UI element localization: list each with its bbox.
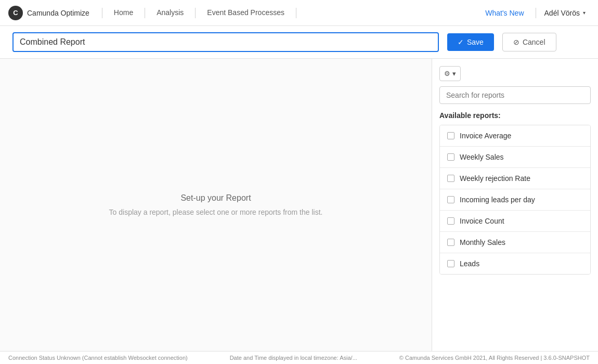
report-label-weekly-sales: Weekly Sales [460,153,504,161]
chevron-down-icon: ▾ [452,70,456,77]
report-item[interactable]: Invoice Average [440,125,590,147]
report-checkbox-leads[interactable] [447,260,454,267]
report-label-incoming-leads-per-day: Incoming leads per day [460,196,535,204]
footer-timezone: Date and Time displayed in local timezon… [188,355,399,361]
report-label-invoice-average: Invoice Average [460,132,511,140]
save-label: Save [467,38,484,46]
footer-copyright: © Camunda Services GmbH 2021, All Rights… [399,355,590,361]
main-content: ✓ Save ⊘ Cancel Set-up your Report To di… [0,26,598,351]
report-checkbox-incoming-leads-per-day[interactable] [447,196,454,203]
footer: Connection Status Unknown (Cannot establ… [0,351,598,364]
report-label-leads: Leads [460,259,479,268]
report-item[interactable]: Incoming leads per day [440,189,590,211]
reports-list: Invoice AverageWeekly SalesWeekly reject… [439,125,591,275]
report-label-weekly-rejection-rate: Weekly rejection Rate [460,174,530,183]
report-title-input[interactable] [12,32,439,52]
report-item[interactable]: Monthly Sales [440,232,590,253]
search-reports-input[interactable] [439,86,591,104]
cancel-button[interactable]: ⊘ Cancel [502,33,556,51]
nav-link-analysis[interactable]: Analysis [149,0,191,26]
title-bar: ✓ Save ⊘ Cancel [0,26,598,59]
chevron-down-icon: ▾ [583,10,586,16]
report-checkbox-invoice-average[interactable] [447,132,454,139]
setup-desc: To display a report, please select one o… [109,208,323,216]
right-panel: ⚙ ▾ Available reports: Invoice AverageWe… [432,59,598,351]
report-item[interactable]: Leads [440,253,590,274]
report-item[interactable]: Invoice Count [440,211,590,232]
report-item[interactable]: Weekly rejection Rate [440,168,590,189]
check-icon: ✓ [458,38,464,46]
brand-name: Camunda Optimize [27,9,89,17]
report-label-monthly-sales: Monthly Sales [460,238,505,246]
cancel-icon: ⊘ [513,38,519,46]
save-button[interactable]: ✓ Save [447,33,494,51]
nav-divider-5 [536,8,536,18]
nav-divider-2 [145,8,145,18]
report-checkbox-invoice-count[interactable] [447,217,454,225]
navbar: C Camunda Optimize Home Analysis Event B… [0,0,598,26]
nav-divider-1 [102,8,102,18]
report-item[interactable]: Weekly Sales [440,147,590,168]
report-label-invoice-count: Invoice Count [460,217,504,225]
nav-link-home[interactable]: Home [107,0,140,26]
user-name: Adél Vörös [544,9,580,17]
body-area: Set-up your Report To display a report, … [0,59,598,351]
available-reports-label: Available reports: [439,111,591,120]
gear-icon: ⚙ [444,70,450,77]
left-panel: Set-up your Report To display a report, … [0,59,432,351]
brand: C Camunda Optimize [8,6,89,20]
whats-new-link[interactable]: What's New [478,9,531,17]
nav-divider-3 [195,8,196,18]
cancel-label: Cancel [523,38,545,46]
user-menu[interactable]: Adél Vörös ▾ [540,9,590,17]
report-checkbox-weekly-sales[interactable] [447,153,454,161]
nav-link-event-based[interactable]: Event Based Processes [200,0,292,26]
footer-connection-status: Connection Status Unknown (Cannot establ… [8,355,188,361]
right-panel-header: ⚙ ▾ [439,66,591,81]
brand-icon: C [8,6,23,20]
nav-divider-4 [296,8,296,18]
setup-title: Set-up your Report [180,193,251,203]
report-checkbox-monthly-sales[interactable] [447,239,454,246]
report-checkbox-weekly-rejection-rate[interactable] [447,175,454,182]
gear-button[interactable]: ⚙ ▾ [439,66,461,81]
